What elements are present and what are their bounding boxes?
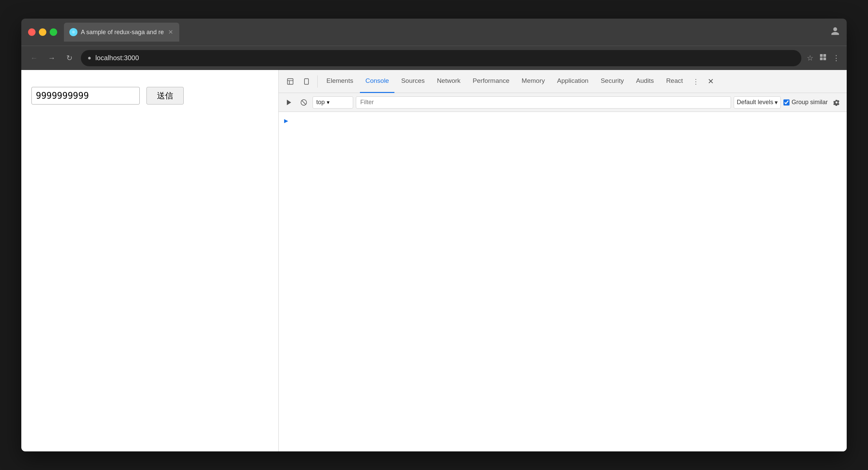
main-content: 送信 (21, 70, 847, 451)
number-input[interactable] (31, 87, 140, 104)
tab-audits[interactable]: Audits (631, 70, 659, 93)
forward-button[interactable]: → (46, 54, 58, 63)
address-text: localhost:3000 (95, 54, 795, 62)
console-toolbar: top ▾ Default levels ▾ Group similar (279, 93, 847, 112)
svg-rect-1 (823, 54, 826, 57)
address-bar-input-wrap[interactable]: ● localhost:3000 (81, 50, 801, 66)
traffic-lights (28, 28, 57, 36)
browser-tab[interactable]: ⚛ A sample of redux-saga and re ✕ (64, 23, 179, 42)
tab-elements[interactable]: Elements (321, 70, 359, 93)
page-form: 送信 (31, 87, 268, 104)
tab-performance[interactable]: Performance (467, 70, 515, 93)
fullscreen-button[interactable] (50, 28, 57, 36)
svg-rect-3 (823, 57, 826, 60)
svg-line-11 (302, 100, 306, 104)
extension-icon[interactable] (819, 53, 827, 63)
console-filter-input[interactable] (356, 96, 731, 109)
svg-marker-9 (287, 100, 291, 105)
tab-title: A sample of redux-saga and re (81, 29, 164, 36)
close-button[interactable] (28, 28, 36, 36)
console-levels-selector[interactable]: Default levels ▾ (734, 96, 781, 109)
user-account-icon[interactable] (830, 26, 840, 38)
browser-menu-icon[interactable]: ⋮ (832, 54, 840, 63)
lock-icon: ● (88, 54, 91, 62)
tab-favicon: ⚛ (69, 28, 77, 36)
minimize-button[interactable] (39, 28, 46, 36)
group-similar-label: Group similar (783, 99, 828, 106)
toolbar-separator (317, 75, 318, 88)
tab-console[interactable]: Console (360, 70, 394, 93)
console-prompt: ► (279, 115, 847, 127)
console-play-button[interactable] (283, 96, 295, 109)
console-prompt-arrow: ► (283, 116, 290, 125)
tab-memory[interactable]: Memory (516, 70, 550, 93)
inspect-element-button[interactable] (283, 74, 298, 89)
reload-button[interactable]: ↻ (63, 54, 75, 63)
page-area: 送信 (21, 70, 278, 451)
devtools-panel: Elements Console Sources Network Perform… (278, 70, 847, 451)
tab-react[interactable]: React (661, 70, 688, 93)
group-similar-checkbox[interactable] (783, 99, 790, 105)
bookmark-icon[interactable]: ☆ (807, 54, 814, 63)
address-bar: ← → ↻ ● localhost:3000 ☆ ⋮ (21, 46, 847, 70)
svg-rect-2 (820, 57, 823, 60)
console-context-selector[interactable]: top ▾ (313, 96, 353, 109)
submit-button[interactable]: 送信 (146, 87, 184, 104)
more-tabs-button[interactable]: ⋮ (690, 75, 702, 88)
close-devtools-button[interactable]: ✕ (705, 75, 717, 88)
console-settings-button[interactable] (830, 96, 843, 109)
console-content: ► (279, 112, 847, 451)
tab-sources[interactable]: Sources (396, 70, 430, 93)
tab-application[interactable]: Application (552, 70, 594, 93)
svg-rect-0 (820, 54, 823, 57)
console-clear-button[interactable] (298, 96, 310, 109)
device-toolbar-button[interactable] (299, 74, 314, 89)
back-button[interactable]: ← (28, 54, 40, 63)
svg-rect-4 (288, 78, 293, 84)
tab-network[interactable]: Network (432, 70, 466, 93)
tab-security[interactable]: Security (595, 70, 630, 93)
svg-rect-7 (304, 78, 309, 84)
title-bar: ⚛ A sample of redux-saga and re ✕ (21, 19, 847, 46)
tab-close-button[interactable]: ✕ (167, 28, 174, 36)
browser-window: ⚛ A sample of redux-saga and re ✕ ← → ↻ … (21, 19, 847, 451)
devtools-toolbar: Elements Console Sources Network Perform… (279, 70, 847, 93)
